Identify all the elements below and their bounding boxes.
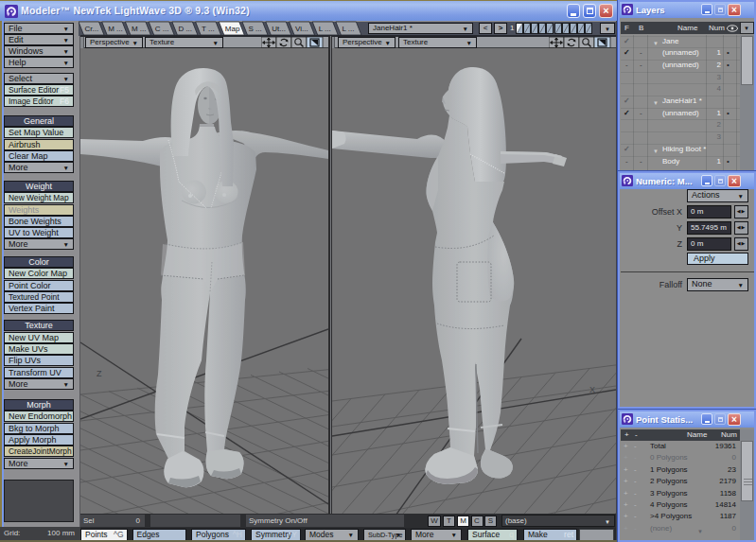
svg-text:M ...: M ... xyxy=(132,25,147,33)
svg-text:L ...: L ... xyxy=(342,25,354,33)
svg-text:Cr...: Cr... xyxy=(85,25,99,33)
svg-text:L ...: L ... xyxy=(319,25,331,33)
svg-text:Map: Map xyxy=(225,25,240,33)
svg-text:Z: Z xyxy=(97,369,102,378)
svg-text:Vi...: Vi... xyxy=(295,25,308,33)
svg-text:Ut...: Ut... xyxy=(272,25,286,33)
svg-text:S ...: S ... xyxy=(249,25,262,33)
svg-text:M ...: M ... xyxy=(108,25,123,33)
svg-text:C ...: C ... xyxy=(155,25,169,33)
svg-text:T ...: T ... xyxy=(202,25,215,33)
svg-text:X: X xyxy=(589,385,595,394)
svg-text:D ...: D ... xyxy=(178,25,192,33)
